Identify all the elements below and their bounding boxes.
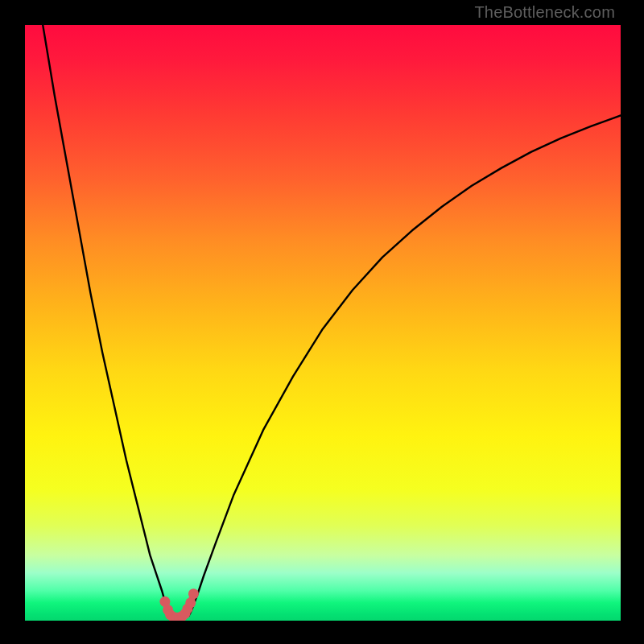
watermark-text: TheBottleneck.com (474, 3, 615, 22)
marker-dot (188, 588, 199, 599)
curve-left-branch (43, 25, 171, 616)
marker-dot (185, 597, 196, 608)
plot-area (25, 25, 621, 621)
curve-right-branch (189, 115, 621, 616)
marker-group (159, 588, 199, 621)
chart-svg (25, 25, 621, 621)
curve-group (43, 25, 621, 616)
outer-frame: TheBottleneck.com (0, 0, 644, 644)
